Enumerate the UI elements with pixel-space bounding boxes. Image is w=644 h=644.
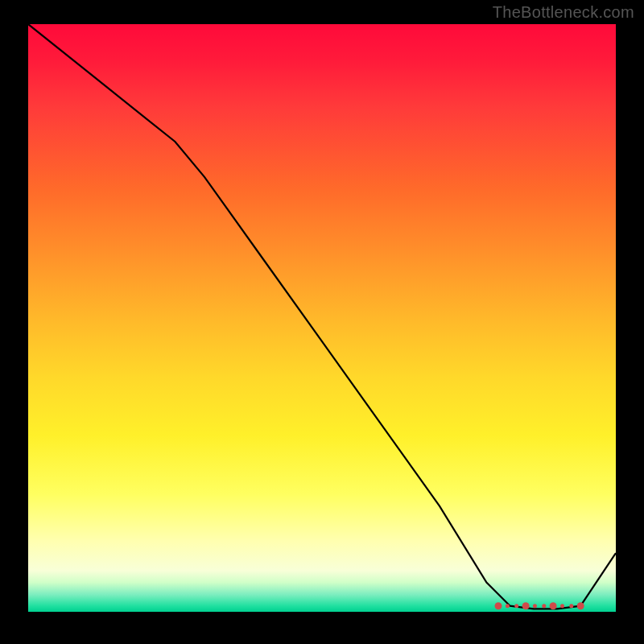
optimal-marker-dot xyxy=(577,602,584,609)
plot-area xyxy=(28,24,616,612)
chart-container: TheBottleneck.com xyxy=(0,0,644,644)
optimal-marker-dot xyxy=(533,604,537,608)
optimal-marker-dot xyxy=(506,604,510,608)
optimal-marker-dot xyxy=(569,604,573,608)
optimal-marker-dot xyxy=(560,604,564,608)
chart-svg xyxy=(28,24,616,612)
optimal-marker-dot xyxy=(495,602,502,609)
optimal-marker-dot xyxy=(514,604,518,608)
bottleneck-curve-line xyxy=(28,24,616,609)
watermark-text: TheBottleneck.com xyxy=(493,3,634,22)
optimal-marker-dot xyxy=(522,602,530,609)
optimal-marker-dot xyxy=(550,602,557,609)
optimal-marker-dot xyxy=(542,604,546,608)
